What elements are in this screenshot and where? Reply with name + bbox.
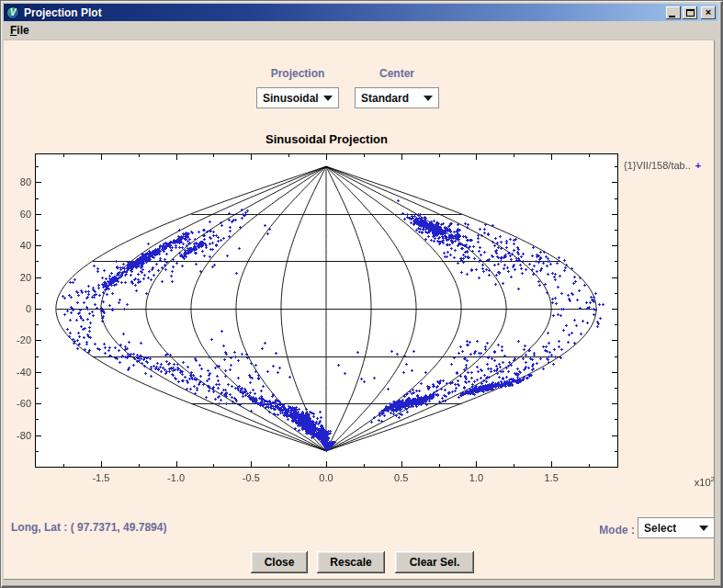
- close-window-button[interactable]: ×: [701, 6, 716, 19]
- maximize-icon: [686, 9, 695, 17]
- chevron-down-icon: [323, 96, 333, 101]
- center-select-value: Standard: [361, 92, 409, 105]
- menu-bar: File: [4, 21, 715, 40]
- legend-label: {1}VII/158/tab..: [624, 160, 691, 171]
- plot-title: Sinusoidal Projection: [35, 132, 618, 146]
- chevron-down-icon: [424, 96, 433, 101]
- close-button[interactable]: Close: [251, 551, 308, 573]
- projection-plot-canvas[interactable]: [8, 148, 711, 490]
- clear-selection-button[interactable]: Clear Sel.: [395, 551, 474, 573]
- menu-file[interactable]: File: [4, 22, 36, 39]
- mode-select-value: Select: [644, 522, 676, 535]
- maximize-button[interactable]: [683, 6, 697, 19]
- minimize-button[interactable]: [666, 6, 681, 19]
- projection-select-value: Sinusoidal: [263, 92, 319, 105]
- title-bar[interactable]: V Projection Plot ×: [4, 4, 718, 21]
- coordinate-readout: Long, Lat : ( 97.7371, 49.7894): [11, 521, 166, 534]
- app-logo-icon: V: [6, 6, 19, 19]
- content-panel: Projection Center Sinusoidal Standard Si…: [4, 40, 715, 580]
- minimize-icon: [669, 16, 675, 17]
- window-title: Projection Plot: [24, 6, 664, 19]
- x-axis-multiplier: x102: [647, 475, 715, 488]
- legend: {1}VII/158/tab.. +: [624, 160, 714, 171]
- projection-select[interactable]: Sinusoidal: [256, 87, 339, 108]
- projection-label: Projection: [256, 67, 339, 80]
- rescale-button[interactable]: Rescale: [317, 551, 385, 573]
- projection-plot-window: V Projection Plot × File Projection Cent…: [0, 0, 723, 588]
- legend-marker-icon: +: [695, 160, 701, 171]
- close-icon: ×: [706, 7, 711, 17]
- center-label: Center: [355, 67, 439, 80]
- chevron-down-icon: [699, 526, 708, 531]
- center-select[interactable]: Standard: [355, 87, 439, 108]
- mode-select[interactable]: Select: [638, 517, 715, 538]
- mode-label: Mode :: [593, 524, 635, 537]
